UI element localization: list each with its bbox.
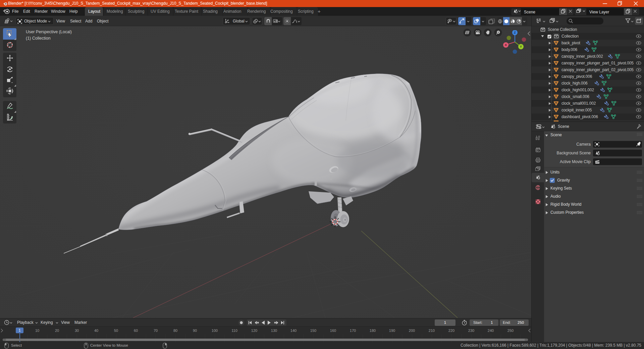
svg-text:X: X — [505, 43, 507, 47]
svg-text:Y: Y — [520, 45, 522, 48]
svg-text:Z: Z — [514, 31, 516, 34]
